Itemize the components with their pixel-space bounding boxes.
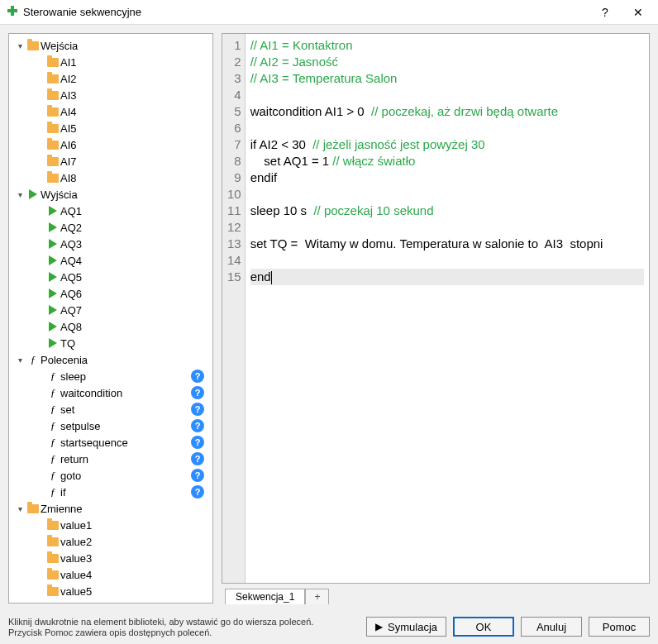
simulate-button[interactable]: ▶ Symulacja (366, 617, 446, 637)
tree-item[interactable]: AI8 (11, 169, 211, 186)
line-number: 8 (227, 153, 241, 169)
close-button[interactable]: ✕ (622, 0, 655, 25)
code-line[interactable]: // AI3 = Temperatura Salon (250, 70, 644, 87)
help-icon[interactable]: ? (191, 419, 204, 432)
code-line[interactable]: endif (250, 169, 644, 186)
code-line[interactable]: waitcondition AI1 > 0 // poczekaj, aż dr… (250, 103, 644, 120)
item-icon: ƒ (45, 452, 60, 465)
tree-item[interactable]: AQ6 (11, 285, 211, 302)
tree-item[interactable]: AI1 (11, 54, 211, 70)
tree-item[interactable]: TQ (11, 335, 211, 351)
tree-item[interactable]: AQ8 (11, 318, 211, 335)
tree-item[interactable]: value1 (11, 517, 211, 533)
tree-item[interactable]: value3 (11, 550, 211, 566)
help-icon[interactable]: ? (191, 370, 204, 383)
chevron-down-icon: ▾ (14, 190, 26, 199)
tree-item[interactable]: AI3 (11, 87, 211, 103)
code-line[interactable] (250, 219, 644, 236)
help-icon[interactable]: ? (191, 386, 204, 399)
code-line[interactable] (250, 87, 644, 103)
help-icon[interactable]: ? (191, 403, 204, 416)
item-icon: ƒ (45, 403, 60, 416)
item-icon (45, 74, 60, 83)
help-icon[interactable]: ? (191, 452, 204, 465)
tree-item[interactable]: ƒwaitcondition? (11, 384, 211, 401)
item-icon (45, 222, 60, 232)
item-icon (45, 289, 60, 298)
code-line[interactable] (250, 252, 644, 269)
tree-item[interactable]: value5 (11, 583, 211, 599)
code-line[interactable]: end (250, 269, 644, 285)
tree-item[interactable]: AQ4 (11, 252, 211, 269)
tree-item[interactable]: AI4 (11, 103, 211, 120)
tree-item[interactable]: ƒgoto? (11, 467, 211, 484)
group-icon (26, 504, 41, 513)
tab-current[interactable]: Sekwencja_1 (225, 589, 305, 604)
line-number: 14 (227, 252, 241, 269)
help-icon[interactable]: ? (191, 436, 204, 449)
code-line[interactable]: set TQ = Witamy w domu. Temperatura w sa… (250, 236, 644, 252)
code-line[interactable]: set AQ1 = 1 // włącz światło (250, 153, 644, 169)
code-line[interactable]: sleep 10 s // poczekaj 10 sekund (250, 203, 644, 219)
code-line[interactable]: if AI2 < 30 // jeżeli jasność jest powyż… (250, 136, 644, 153)
group-label: Zmienne (41, 503, 207, 515)
tree-item[interactable]: ƒsetpulse? (11, 417, 211, 434)
chevron-down-icon: ▾ (14, 504, 26, 513)
tree-item[interactable]: ƒset? (11, 401, 211, 417)
item-label: AQ6 (60, 288, 207, 300)
tree-item[interactable]: AQ3 (11, 236, 211, 252)
line-number: 9 (227, 169, 241, 186)
footer: Kliknij dwukrotnie na element biblioteki… (0, 612, 658, 644)
tree-item[interactable]: AQ1 (11, 203, 211, 219)
tree-group[interactable]: ▾Wejścia (11, 37, 211, 54)
tree-item[interactable]: AI5 (11, 120, 211, 136)
item-label: if (60, 486, 191, 499)
item-icon: ƒ (45, 370, 60, 383)
chevron-down-icon: ▾ (14, 355, 26, 365)
tree-item[interactable]: value4 (11, 566, 211, 583)
code-line[interactable]: // AI2 = Jasność (250, 54, 644, 70)
tree-group[interactable]: ▾Wyjścia (11, 186, 211, 203)
line-number: 3 (227, 70, 241, 87)
tree-item[interactable]: ƒreturn? (11, 451, 211, 467)
code-line[interactable]: // AI1 = Kontaktron (250, 37, 644, 54)
tree-item[interactable]: AQ2 (11, 219, 211, 236)
tab-add[interactable]: + (305, 589, 329, 604)
tree-item[interactable]: AI2 (11, 70, 211, 87)
chevron-down-icon: ▾ (14, 41, 26, 50)
tree-group[interactable]: ▾ƒPolecenia (11, 351, 211, 368)
tree-item[interactable]: ƒsleep? (11, 368, 211, 384)
line-number: 1 (227, 37, 241, 54)
code-area[interactable]: // AI1 = Kontaktron// AI2 = Jasność// AI… (246, 34, 649, 583)
app-icon (7, 5, 18, 19)
help-icon[interactable]: ? (191, 485, 204, 499)
ok-button[interactable]: OK (453, 617, 514, 637)
tree-group[interactable]: ▾Zmienne (11, 500, 211, 517)
code-line[interactable] (250, 186, 644, 203)
code-editor[interactable]: 123456789101112131415 // AI1 = Kontaktro… (222, 33, 650, 584)
help-icon[interactable]: ? (191, 469, 204, 482)
line-number: 12 (227, 219, 241, 236)
item-label: set (60, 403, 191, 416)
footer-hint: Kliknij dwukrotnie na element biblioteki… (8, 617, 360, 638)
tree-item[interactable]: ƒstartsequence? (11, 434, 211, 451)
help-footer-button[interactable]: Pomoc (589, 617, 650, 637)
item-label: AQ8 (60, 321, 207, 333)
tree-item[interactable]: AI7 (11, 153, 211, 169)
item-label: startsequence (60, 436, 191, 449)
tree-item[interactable]: AQ5 (11, 269, 211, 285)
item-icon (45, 239, 60, 249)
tree-item[interactable]: ƒif? (11, 484, 211, 500)
item-label: AQ2 (60, 222, 207, 234)
library-tree[interactable]: ▾WejściaAI1AI2AI3AI4AI5AI6AI7AI8▾Wyjścia… (8, 33, 213, 603)
tree-item[interactable]: AQ7 (11, 302, 211, 318)
tree-item[interactable]: AI6 (11, 136, 211, 153)
item-label: AI8 (60, 172, 207, 184)
cancel-button[interactable]: Anuluj (521, 617, 582, 637)
tree-item[interactable]: value2 (11, 533, 211, 550)
item-label: AQ1 (60, 205, 207, 217)
code-line[interactable] (250, 120, 644, 136)
group-label: Wyjścia (41, 188, 207, 201)
group-icon (26, 189, 41, 199)
help-button[interactable]: ? (589, 0, 622, 25)
